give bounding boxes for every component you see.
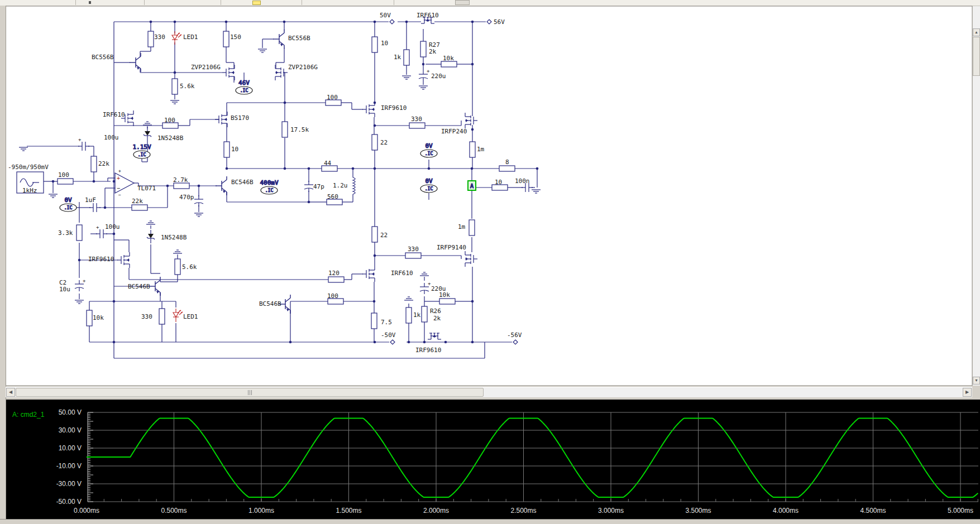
- y-axis-label: -50.00 V: [56, 498, 82, 506]
- x-axis-label: 0.500ms: [161, 507, 187, 515]
- component-label: 100u: [105, 223, 120, 230]
- component-label: +: [117, 175, 120, 181]
- component-label: 22k: [98, 160, 109, 167]
- schematic-canvas[interactable]: A.IC46V.IC1.15V.IC400mV.IC0V.IC0V.IC0V++…: [0, 0, 980, 524]
- component-label: +: [427, 68, 430, 74]
- component-label: 1kHz: [22, 187, 37, 194]
- x-axis-label: 4.000ms: [773, 507, 799, 515]
- component-label: IRF9610: [88, 256, 114, 263]
- y-axis-label: 50.00 V: [59, 408, 82, 416]
- component-label: 56V: [494, 18, 505, 26]
- bottom-strip: [0, 519, 980, 524]
- component-label: 1k: [413, 311, 421, 319]
- component-label: 100n: [515, 177, 530, 185]
- component-label: 10: [231, 146, 238, 153]
- component-label: 150: [230, 33, 241, 41]
- hscroll-thumb[interactable]: [16, 388, 484, 397]
- component-label: IRF610: [417, 12, 439, 19]
- y-axis-label: -30.00 V: [56, 480, 82, 488]
- component-label: 330: [411, 116, 422, 123]
- component-label: 100: [58, 171, 69, 179]
- component-label: 100: [327, 94, 338, 101]
- component-label: 560: [327, 193, 338, 200]
- component-label: 22: [380, 139, 388, 146]
- waveform-background[interactable]: [6, 400, 980, 519]
- component-label: TL071: [137, 185, 156, 192]
- schematic-sheet[interactable]: [6, 6, 972, 386]
- component-label: 1k: [394, 54, 401, 61]
- component-label: 1.2u: [333, 182, 348, 189]
- component-label: 8: [505, 158, 509, 166]
- component-label: 330: [408, 246, 419, 253]
- component-label: 330: [154, 33, 165, 41]
- scroll-left-arrow[interactable]: ◀: [6, 388, 15, 397]
- waveform-legend: A: cmd2_1: [12, 411, 44, 419]
- component-label: 5.6k: [182, 263, 197, 271]
- vscroll-thumb[interactable]: [973, 37, 980, 76]
- component-label: .IC: [138, 152, 146, 157]
- component-label: 2k: [433, 315, 441, 322]
- x-axis-label: 2.500ms: [510, 507, 536, 515]
- component-label: LED1: [183, 33, 198, 41]
- component-label: .IC: [425, 186, 433, 191]
- component-label: 1N5248B: [157, 134, 184, 142]
- scroll-up-arrow[interactable]: ▲: [973, 28, 980, 36]
- component-label: +: [83, 278, 86, 283]
- component-label: A: [470, 183, 474, 189]
- left-panel-edge: [0, 6, 6, 519]
- component-label: IRF610: [391, 270, 413, 277]
- component-label: 10k: [93, 314, 104, 321]
- component-label: 22k: [132, 198, 143, 205]
- component-label: .IC: [425, 151, 433, 156]
- x-axis-label: 1.000ms: [248, 507, 274, 515]
- component-label: 10: [495, 179, 502, 186]
- component-label: 2.7k: [173, 176, 188, 184]
- component-label: BS170: [231, 114, 249, 122]
- component-label: 330: [141, 313, 152, 320]
- component-label: +: [118, 169, 121, 174]
- component-label: 1m: [458, 223, 466, 230]
- component-label: LED1: [183, 313, 198, 320]
- component-label: 0V: [425, 177, 433, 185]
- component-label: 10k: [439, 291, 450, 299]
- component-label: 220u: [431, 73, 446, 80]
- component-label: 17.5k: [290, 126, 309, 133]
- component-label: ZVP2106G: [191, 64, 221, 71]
- scroll-down-arrow[interactable]: ▼: [973, 377, 980, 384]
- x-axis-label: 3.500ms: [685, 507, 711, 515]
- component-label: IRF9610: [381, 104, 407, 112]
- component-label: 1.15V: [132, 143, 151, 151]
- x-axis-label: 3.000ms: [598, 507, 624, 515]
- component-label: .IC: [64, 205, 73, 210]
- component-label: 1N5248B: [161, 234, 187, 241]
- component-label: IRFP240: [441, 128, 467, 135]
- component-label: 10: [381, 40, 388, 47]
- component-label: .IC: [240, 88, 248, 93]
- component-label: -50V: [381, 331, 396, 339]
- component-label: 46V: [238, 79, 250, 86]
- schematic-hscrollbar[interactable]: ◀ ▶: [6, 387, 972, 397]
- x-axis-label: 5.000ms: [948, 507, 973, 515]
- y-axis-label: 30.00 V: [59, 426, 82, 434]
- component-label: +: [78, 137, 82, 142]
- x-axis-label: 4.500ms: [860, 507, 886, 515]
- probe-marker-A[interactable]: A: [468, 181, 476, 190]
- x-axis-label: 2.000ms: [423, 507, 449, 515]
- component-label: -56V: [507, 331, 522, 339]
- component-label: 50V: [380, 12, 391, 19]
- component-label: BC546B: [259, 300, 281, 307]
- component-label: IRF9610: [415, 347, 441, 354]
- component-label: +: [96, 224, 99, 230]
- component-label: 7.5: [381, 319, 392, 326]
- component-label: 2k: [429, 48, 437, 55]
- component-label: BC546B: [128, 283, 150, 290]
- component-label: −: [118, 193, 121, 198]
- component-label: BC556B: [92, 54, 114, 61]
- schematic-vscrollbar[interactable]: ▲ ▼: [973, 6, 980, 386]
- y-axis-label: 10.00 V: [59, 444, 82, 452]
- scroll-right-arrow[interactable]: ▶: [963, 388, 972, 397]
- component-label: -950m/950mV: [8, 164, 49, 171]
- component-label: BC556B: [288, 35, 310, 42]
- component-label: −: [117, 185, 120, 191]
- component-label: R26: [430, 307, 441, 315]
